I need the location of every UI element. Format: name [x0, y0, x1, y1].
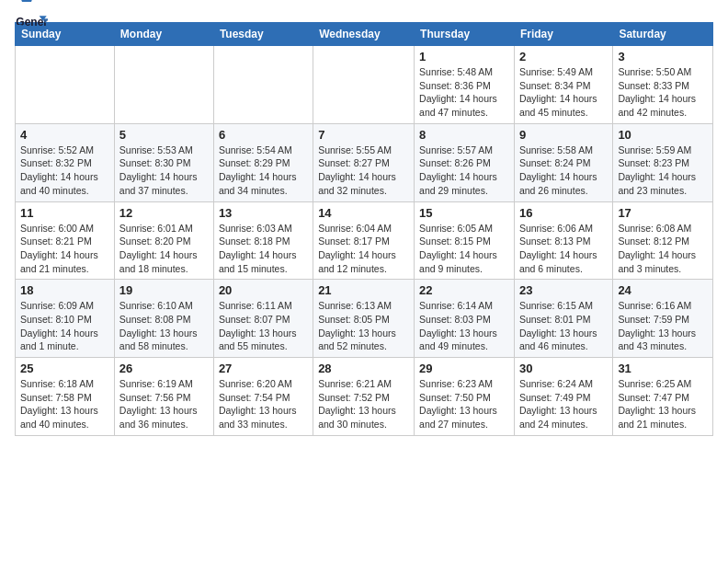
day-info: Sunrise: 6:08 AMSunset: 8:12 PMDaylight:… [618, 222, 708, 276]
weekday-header-friday: Friday [514, 23, 612, 46]
calendar-cell: 10Sunrise: 5:59 AMSunset: 8:23 PMDayligh… [613, 123, 713, 201]
day-number: 12 [119, 206, 209, 220]
calendar-cell [114, 46, 213, 124]
calendar-cell: 12Sunrise: 6:01 AMSunset: 8:20 PMDayligh… [114, 201, 213, 280]
calendar-cell: 26Sunrise: 6:19 AMSunset: 7:56 PMDayligh… [114, 358, 213, 436]
calendar-cell: 29Sunrise: 6:23 AMSunset: 7:50 PMDayligh… [415, 358, 515, 436]
weekday-header-tuesday: Tuesday [213, 23, 313, 46]
weekday-header-thursday: Thursday [415, 23, 515, 46]
calendar-cell: 6Sunrise: 5:54 AMSunset: 8:29 PMDaylight… [213, 123, 313, 201]
day-info: Sunrise: 6:15 AMSunset: 8:01 PMDaylight:… [519, 299, 608, 353]
day-number: 24 [618, 283, 708, 297]
calendar-cell: 2Sunrise: 5:49 AMSunset: 8:34 PMDaylight… [514, 46, 612, 124]
day-info: Sunrise: 5:59 AMSunset: 8:23 PMDaylight:… [618, 144, 708, 198]
day-number: 29 [419, 362, 509, 375]
logo-bird-icon [17, 0, 37, 2]
day-number: 21 [318, 283, 409, 297]
calendar-cell: 9Sunrise: 5:58 AMSunset: 8:24 PMDaylight… [514, 123, 612, 201]
day-number: 11 [20, 206, 109, 220]
day-number: 16 [519, 206, 608, 220]
weekday-header-monday: Monday [114, 23, 213, 46]
day-number: 28 [318, 362, 409, 375]
calendar-cell [313, 46, 415, 124]
calendar-cell: 1Sunrise: 5:48 AMSunset: 8:36 PMDaylight… [415, 46, 515, 124]
day-info: Sunrise: 6:19 AMSunset: 7:56 PMDaylight:… [119, 377, 209, 431]
calendar-table: SundayMondayTuesdayWednesdayThursdayFrid… [15, 22, 713, 436]
day-info: Sunrise: 6:06 AMSunset: 8:13 PMDaylight:… [519, 222, 608, 276]
calendar-cell: 7Sunrise: 5:55 AMSunset: 8:27 PMDaylight… [313, 123, 415, 201]
day-number: 7 [318, 128, 409, 142]
day-info: Sunrise: 5:54 AMSunset: 8:29 PMDaylight:… [219, 144, 308, 198]
calendar-cell: 21Sunrise: 6:13 AMSunset: 8:05 PMDayligh… [313, 280, 415, 358]
day-info: Sunrise: 5:52 AMSunset: 8:32 PMDaylight:… [20, 144, 109, 198]
day-number: 14 [318, 206, 409, 220]
day-number: 1 [419, 50, 509, 63]
calendar-cell: 14Sunrise: 6:04 AMSunset: 8:17 PMDayligh… [313, 201, 415, 280]
day-info: Sunrise: 6:25 AMSunset: 7:47 PMDaylight:… [618, 377, 708, 431]
calendar-cell: 19Sunrise: 6:10 AMSunset: 8:08 PMDayligh… [114, 280, 213, 358]
calendar-week-1: 1Sunrise: 5:48 AMSunset: 8:36 PMDaylight… [16, 46, 713, 124]
calendar-week-2: 4Sunrise: 5:52 AMSunset: 8:32 PMDaylight… [16, 123, 713, 201]
day-info: Sunrise: 6:09 AMSunset: 8:10 PMDaylight:… [20, 299, 109, 353]
calendar-cell: 27Sunrise: 6:20 AMSunset: 7:54 PMDayligh… [213, 358, 313, 436]
day-info: Sunrise: 6:10 AMSunset: 8:08 PMDaylight:… [119, 299, 209, 353]
calendar-cell [213, 46, 313, 124]
day-info: Sunrise: 6:14 AMSunset: 8:03 PMDaylight:… [419, 299, 509, 353]
day-number: 15 [419, 206, 509, 220]
calendar-cell: 16Sunrise: 6:06 AMSunset: 8:13 PMDayligh… [514, 201, 612, 280]
day-number: 30 [519, 362, 608, 375]
day-info: Sunrise: 5:57 AMSunset: 8:26 PMDaylight:… [419, 144, 509, 198]
day-info: Sunrise: 6:18 AMSunset: 7:58 PMDaylight:… [20, 377, 109, 431]
calendar-cell: 30Sunrise: 6:24 AMSunset: 7:49 PMDayligh… [514, 358, 612, 436]
day-number: 8 [419, 128, 509, 142]
calendar-cell: 31Sunrise: 6:25 AMSunset: 7:47 PMDayligh… [613, 358, 713, 436]
calendar-cell: 4Sunrise: 5:52 AMSunset: 8:32 PMDaylight… [16, 123, 115, 201]
day-info: Sunrise: 6:00 AMSunset: 8:21 PMDaylight:… [20, 222, 109, 276]
calendar-week-3: 11Sunrise: 6:00 AMSunset: 8:21 PMDayligh… [16, 201, 713, 280]
day-number: 22 [419, 283, 509, 297]
day-number: 4 [20, 128, 109, 142]
calendar-cell: 5Sunrise: 5:53 AMSunset: 8:30 PMDaylight… [114, 123, 213, 201]
day-info: Sunrise: 5:48 AMSunset: 8:36 PMDaylight:… [419, 65, 509, 120]
calendar-cell: 25Sunrise: 6:18 AMSunset: 7:58 PMDayligh… [16, 358, 115, 436]
day-number: 23 [519, 283, 608, 297]
day-info: Sunrise: 6:24 AMSunset: 7:49 PMDaylight:… [519, 377, 608, 431]
day-info: Sunrise: 6:04 AMSunset: 8:17 PMDaylight:… [318, 222, 409, 276]
calendar-cell: 22Sunrise: 6:14 AMSunset: 8:03 PMDayligh… [415, 280, 515, 358]
weekday-header-saturday: Saturday [613, 23, 713, 46]
day-number: 9 [519, 128, 608, 142]
day-info: Sunrise: 6:13 AMSunset: 8:05 PMDaylight:… [318, 299, 409, 353]
day-number: 27 [219, 362, 308, 375]
day-info: Sunrise: 5:49 AMSunset: 8:34 PMDaylight:… [519, 65, 608, 120]
calendar-body: 1Sunrise: 5:48 AMSunset: 8:36 PMDaylight… [16, 46, 713, 436]
day-info: Sunrise: 6:16 AMSunset: 7:59 PMDaylight:… [618, 299, 708, 353]
calendar-week-5: 25Sunrise: 6:18 AMSunset: 7:58 PMDayligh… [16, 358, 713, 436]
day-info: Sunrise: 6:01 AMSunset: 8:20 PMDaylight:… [119, 222, 209, 276]
calendar-week-4: 18Sunrise: 6:09 AMSunset: 8:10 PMDayligh… [16, 280, 713, 358]
calendar-cell: 13Sunrise: 6:03 AMSunset: 8:18 PMDayligh… [213, 201, 313, 280]
calendar-cell [16, 46, 115, 124]
calendar-cell: 23Sunrise: 6:15 AMSunset: 8:01 PMDayligh… [514, 280, 612, 358]
day-info: Sunrise: 5:58 AMSunset: 8:24 PMDaylight:… [519, 144, 608, 198]
day-number: 26 [119, 362, 209, 375]
day-info: Sunrise: 6:21 AMSunset: 7:52 PMDaylight:… [318, 377, 409, 431]
calendar-cell: 28Sunrise: 6:21 AMSunset: 7:52 PMDayligh… [313, 358, 415, 436]
weekday-header-wednesday: Wednesday [313, 23, 415, 46]
day-info: Sunrise: 6:11 AMSunset: 8:07 PMDaylight:… [219, 299, 308, 353]
day-info: Sunrise: 5:55 AMSunset: 8:27 PMDaylight:… [318, 144, 409, 198]
day-info: Sunrise: 6:20 AMSunset: 7:54 PMDaylight:… [219, 377, 308, 431]
day-number: 10 [618, 128, 708, 142]
day-info: Sunrise: 6:05 AMSunset: 8:15 PMDaylight:… [419, 222, 509, 276]
day-number: 19 [119, 283, 209, 297]
day-number: 6 [219, 128, 308, 142]
day-number: 18 [20, 283, 109, 297]
calendar-cell: 17Sunrise: 6:08 AMSunset: 8:12 PMDayligh… [613, 201, 713, 280]
day-number: 17 [618, 206, 708, 220]
day-number: 25 [20, 362, 109, 375]
calendar-cell: 8Sunrise: 5:57 AMSunset: 8:26 PMDaylight… [415, 123, 515, 201]
calendar-cell: 20Sunrise: 6:11 AMSunset: 8:07 PMDayligh… [213, 280, 313, 358]
weekday-header-row: SundayMondayTuesdayWednesdayThursdayFrid… [16, 23, 713, 46]
day-number: 31 [618, 362, 708, 375]
calendar-cell: 24Sunrise: 6:16 AMSunset: 7:59 PMDayligh… [613, 280, 713, 358]
calendar-cell: 18Sunrise: 6:09 AMSunset: 8:10 PMDayligh… [16, 280, 115, 358]
